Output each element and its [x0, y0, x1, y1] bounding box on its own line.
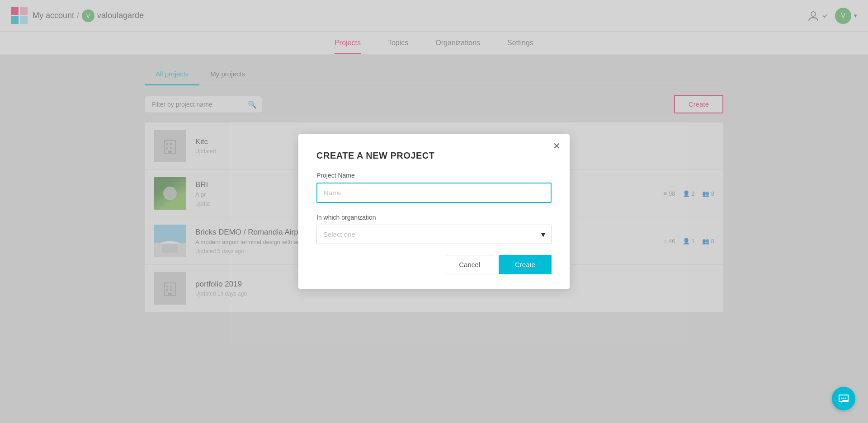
svg-point-20 [841, 398, 843, 399]
modal-overlay[interactable]: ✕ CREATE A NEW PROJECT Project Name In w… [0, 0, 868, 423]
create-project-modal: ✕ CREATE A NEW PROJECT Project Name In w… [298, 134, 570, 289]
org-select[interactable]: Select one [316, 225, 552, 244]
project-name-input[interactable] [316, 183, 552, 203]
organization-group: In which organization Select one ▾ [316, 214, 552, 244]
modal-close-button[interactable]: ✕ [553, 141, 561, 150]
chat-button[interactable] [832, 387, 855, 410]
project-name-label: Project Name [316, 172, 552, 179]
org-label: In which organization [316, 214, 552, 221]
chat-icon [838, 393, 849, 404]
svg-point-21 [843, 398, 844, 399]
project-name-group: Project Name [316, 172, 552, 203]
svg-point-22 [845, 398, 846, 399]
modal-actions: Cancel Create [316, 255, 552, 274]
modal-title: CREATE A NEW PROJECT [316, 150, 552, 161]
cancel-button[interactable]: Cancel [446, 255, 493, 274]
org-select-wrapper: Select one ▾ [316, 225, 552, 244]
modal-create-button[interactable]: Create [499, 255, 552, 274]
